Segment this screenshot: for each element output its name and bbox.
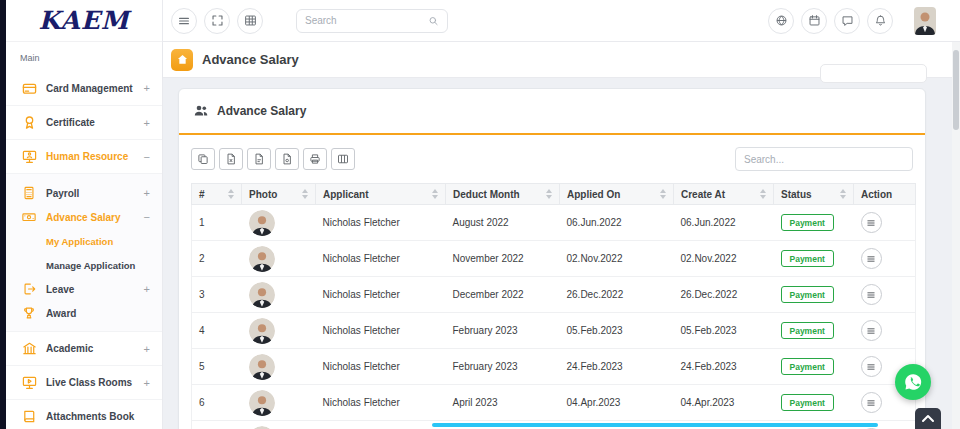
sort-icon <box>760 189 766 199</box>
partial-panel <box>820 64 927 83</box>
status-badge: Payment <box>781 214 834 231</box>
col-header-applied-on[interactable]: Applied On <box>560 184 674 205</box>
applicant-avatar <box>249 210 275 236</box>
sidebar-item-label: Leave <box>46 284 74 295</box>
cell-photo <box>242 385 316 421</box>
cell-deduct-month: February 2023 <box>446 349 560 385</box>
sort-icon <box>660 189 666 199</box>
sidebar-item-certificate[interactable]: Certificate + <box>6 105 162 139</box>
home-icon[interactable] <box>171 49 193 71</box>
messages-button[interactable] <box>834 8 860 34</box>
row-action-button[interactable] <box>861 356 882 377</box>
expand-plus-icon: + <box>144 187 150 199</box>
action-menu-icon <box>866 218 876 228</box>
table-row: 1 Nicholas Fletcher August 2022 06.Jun.2… <box>192 205 916 241</box>
cell-photo <box>242 241 316 277</box>
sidebar-item-label: My Application <box>46 236 113 247</box>
cell-photo <box>242 277 316 313</box>
cell-applied-on: 06.Jun.2022 <box>560 205 674 241</box>
row-action-button[interactable] <box>861 392 882 413</box>
export-button-group <box>191 148 355 170</box>
sidebar-item-advance-salary[interactable]: Advance Salary − <box>6 205 162 229</box>
cell-num: 6 <box>192 385 242 421</box>
col-header-photo[interactable]: Photo <box>242 184 316 205</box>
sidebar-item-attachments-book[interactable]: Attachments Book <box>6 399 162 429</box>
sidebar-item-human-resource[interactable]: Human Resource − <box>6 139 162 173</box>
cell-photo <box>242 421 316 429</box>
cell-action <box>854 205 916 241</box>
cell-applied-on: 26.Dec.2022 <box>560 277 674 313</box>
cell-create-at: 05.Feb.2023 <box>674 313 774 349</box>
pdf-export-button[interactable] <box>275 148 299 170</box>
cell-action <box>854 241 916 277</box>
sidebar-item-my-application[interactable]: My Application <box>6 229 162 253</box>
fullscreen-button[interactable] <box>204 8 230 34</box>
col-header-num[interactable]: # <box>192 184 242 205</box>
app-logo: KAEM <box>39 6 130 35</box>
table-search-input[interactable] <box>735 147 913 171</box>
collapse-minus-icon: − <box>144 211 150 223</box>
excel-export-button[interactable] <box>219 148 243 170</box>
expand-plus-icon: + <box>144 377 150 389</box>
sidebar-item-payroll[interactable]: Payroll + <box>6 181 162 205</box>
cell-num: 7 <box>192 421 242 429</box>
apps-grid-button[interactable] <box>237 8 263 34</box>
cell-photo <box>242 205 316 241</box>
sidebar-item-live-class-rooms[interactable]: Live Class Rooms + <box>6 365 162 399</box>
applicant-avatar <box>249 390 275 416</box>
vertical-scrollbar-thumb[interactable] <box>953 50 959 130</box>
whatsapp-button[interactable] <box>895 364 931 400</box>
csv-export-button[interactable] <box>247 148 271 170</box>
user-avatar[interactable] <box>914 7 936 35</box>
award-trophy-icon <box>22 306 37 321</box>
applicant-avatar <box>249 426 275 429</box>
column-visibility-button[interactable] <box>331 148 355 170</box>
topbar-search-input[interactable] <box>305 15 428 26</box>
language-globe-button[interactable] <box>768 8 794 34</box>
sidebar-item-leave[interactable]: Leave + <box>6 277 162 301</box>
row-action-button[interactable] <box>861 284 882 305</box>
cell-applicant: Nicholas Fletcher <box>316 277 446 313</box>
col-header-status[interactable]: Status <box>774 184 854 205</box>
attachments-book-icon <box>22 409 37 424</box>
row-action-button[interactable] <box>861 320 882 341</box>
copy-button[interactable] <box>191 148 215 170</box>
row-action-button[interactable] <box>861 212 882 233</box>
hamburger-menu-button[interactable] <box>171 8 197 34</box>
notifications-bell-button[interactable] <box>867 8 893 34</box>
cell-deduct-month: February 2023 <box>446 313 560 349</box>
print-button[interactable] <box>303 148 327 170</box>
status-badge: Payment <box>781 322 834 339</box>
scroll-to-top-button[interactable] <box>915 408 941 429</box>
sort-icon <box>546 189 552 199</box>
sort-icon <box>840 189 846 199</box>
sidebar-item-label: Attachments Book <box>46 411 134 422</box>
sidebar-item-academic[interactable]: Academic + <box>6 331 162 365</box>
logo-container[interactable]: KAEM <box>6 0 162 42</box>
cell-photo <box>242 313 316 349</box>
row-action-button[interactable] <box>861 248 882 269</box>
excel-file-icon <box>225 153 237 165</box>
col-header-applicant[interactable]: Applicant <box>316 184 446 205</box>
table-row: 6 Nicholas Fletcher April 2023 04.Apr.20… <box>192 385 916 421</box>
cell-applicant: Nicholas Fletcher <box>316 385 446 421</box>
col-header-create-at[interactable]: Create At <box>674 184 774 205</box>
csv-file-icon <box>253 153 265 165</box>
sidebar-item-award[interactable]: Award <box>6 301 162 325</box>
cell-applicant: Nicholas Fletcher <box>316 349 446 385</box>
table-row: 3 Nicholas Fletcher December 2022 26.Dec… <box>192 277 916 313</box>
sidebar-item-label: Certificate <box>46 117 95 128</box>
leave-signout-icon <box>22 282 37 297</box>
calendar-button[interactable] <box>801 8 827 34</box>
sidebar: KAEM Main Card Management + Certificate … <box>6 0 163 429</box>
chevron-up-icon <box>921 413 935 423</box>
page-title: Advance Salary <box>202 52 299 67</box>
horizontal-scrollbar[interactable] <box>432 423 878 427</box>
col-header-action: Action <box>854 184 916 205</box>
sidebar-item-label: Manage Application <box>46 260 135 271</box>
cell-status: Payment <box>774 385 854 421</box>
col-header-deduct-month[interactable]: Deduct Month <box>446 184 560 205</box>
sidebar-item-manage-application[interactable]: Manage Application <box>6 253 162 277</box>
sidebar-item-card-management[interactable]: Card Management + <box>6 71 162 105</box>
academic-building-icon <box>22 341 37 356</box>
